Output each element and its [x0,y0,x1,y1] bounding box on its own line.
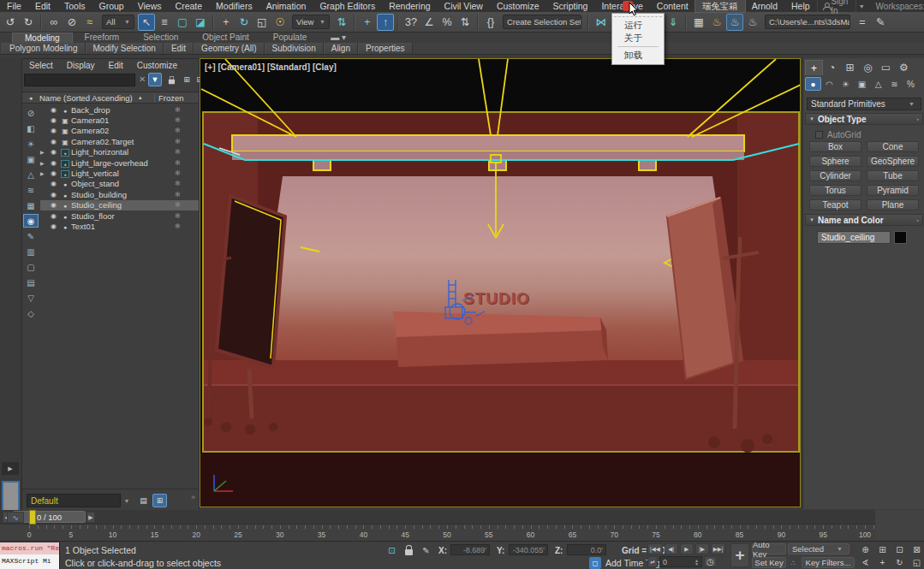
undo-icon[interactable]: ↺ [2,14,19,31]
shapes-category[interactable]: ◠ [821,77,838,91]
list-item-object_stand[interactable]: ◉●Object_stand✻ [40,179,199,189]
time-configuration-icon[interactable]: ◷ [704,556,717,567]
visibility-eye-icon[interactable]: ◉ [48,212,59,220]
visibility-eye-icon[interactable]: ◉ [48,222,59,230]
sign-in-button[interactable]: Sign In [817,0,856,12]
plugin-menu-item[interactable]: 关于 [612,32,664,44]
use-center-icon[interactable]: ⇅ [333,14,350,31]
studio-3d-text[interactable]: STUDIO [463,289,530,308]
pick-icon[interactable]: ✎ [23,229,39,243]
object-button-box[interactable]: Box [809,141,861,152]
filter-funnel-button[interactable]: ▼ [148,73,162,86]
list-item-studio_floor[interactable]: ◉●Studio_floor✻ [40,210,199,221]
mirror-icon[interactable]: ⋈ [593,14,610,31]
menu-item-civil-view[interactable]: Civil View [438,0,490,12]
x-coordinate-field[interactable]: -8.689' [450,544,490,555]
ribbon-tab-object-paint[interactable]: Object Paint [190,33,260,43]
mini-curve-editor-button[interactable]: ∿ [7,512,24,523]
frozen-snowflake-icon[interactable]: ✻ [164,180,199,187]
ribbon-tab-modeling[interactable]: Modeling [12,33,73,43]
plugin-menu-item[interactable]: 卸载 [612,49,664,62]
frozen-snowflake-icon[interactable]: ✻ [164,138,199,145]
pencil-icon[interactable]: ✎ [872,14,889,31]
zoom-extents-icon[interactable]: ⊡ [891,543,908,555]
display-helpers-icon[interactable]: △ [23,168,39,181]
frozen-snowflake-icon[interactable]: ✻ [164,201,199,209]
ribbon-config-icon[interactable]: ▬ ▾ [319,33,358,43]
visibility-eye-icon[interactable]: ◉ [48,180,59,187]
viewport-general-menu[interactable]: [+] [205,62,216,72]
object-button-sphere[interactable]: Sphere [809,156,861,167]
visibility-eye-icon[interactable]: ◉ [48,191,59,199]
display-objects-icon[interactable]: ◉ [23,214,39,228]
maxscript-mini-listener[interactable]: macros.run "Re MAXScript Mi [0,542,60,569]
ribbon-tab-freeform[interactable]: Freeform [73,33,132,43]
key-filters-button[interactable]: Key Filters... [802,557,855,568]
set-key-button[interactable]: Set Key [752,557,786,568]
hierarchy-tab[interactable]: ⊞ [841,60,859,75]
ribbon-group-geometry-all-[interactable]: Geometry (All) [194,43,264,54]
snaps-toggle-icon[interactable]: 3? [402,14,420,31]
frozen-snowflake-icon[interactable]: ✻ [164,148,199,156]
material-editor-icon[interactable]: ▦ [690,14,707,31]
key-mode-toggle-icon[interactable]: ⇄ [647,556,658,567]
helpers-category[interactable]: △ [870,77,886,91]
spinner-snap-icon[interactable]: ⇅ [456,14,474,31]
ribbon-group-properties[interactable]: Properties [358,43,413,54]
expand-arrow-icon[interactable]: ▶ [40,160,48,166]
name-and-color-rollout[interactable]: ▼ Name and Color ▪ [805,214,923,226]
expand-arrow-icon[interactable]: ▶ [40,170,48,176]
object-button-cone[interactable]: Cone [867,141,919,152]
select-and-scale-icon[interactable]: ◱ [253,14,271,31]
camera-viewport[interactable]: [+] [Camera01] [Standard] [Clay] STUDIO [200,58,801,507]
autogrid-checkbox[interactable] [815,131,823,139]
name-column-header[interactable]: Name (Sorted Ascending) [39,93,133,103]
window-crossing-icon[interactable]: ◪ [192,14,209,31]
ribbon-group-modify-selection[interactable]: Modify Selection [86,43,164,54]
menu-item-create[interactable]: Create [169,0,210,12]
menu-item-modifiers[interactable]: Modifiers [209,0,259,12]
frozen-snowflake-icon[interactable]: ✻ [164,127,199,134]
object-button-teapot[interactable]: Teapot [809,199,861,210]
object-type-rollout[interactable]: ▼ Object Type ▪ [805,113,923,125]
select-and-rotate-icon[interactable]: ↻ [235,14,253,31]
zoom-all-icon[interactable]: ⊞ [874,543,891,555]
object-button-plane[interactable]: Plane [867,199,919,210]
spacewarps-category[interactable]: ≋ [886,77,903,91]
layers-view-icon[interactable]: ▤ [136,494,151,507]
select-and-move-icon[interactable]: + [218,14,235,31]
list-item-back_drop[interactable]: ◉●Back_drop✻ [40,104,199,115]
ribbon-group-align[interactable]: Align [324,43,358,54]
preset-dropdown-icon[interactable]: ▼ [122,494,131,507]
keyboard-override-icon[interactable]: ↑ [377,14,394,31]
frozen-snowflake-icon[interactable]: ✻ [164,191,199,199]
visibility-eye-icon[interactable]: ◉ [48,148,59,156]
list-item-light_large-overhead[interactable]: ▶◉●Light_large-overhead✻ [40,157,199,168]
hierarchy-view-icon[interactable]: ⊞ [152,494,167,507]
z-coordinate-field[interactable]: 0.0' [567,544,606,555]
menu-item-tools[interactable]: Tools [57,0,92,12]
frozen-snowflake-icon[interactable]: ✻ [164,116,199,124]
current-frame-marker[interactable] [29,510,36,525]
select-and-manipulate-icon[interactable]: + [359,14,376,31]
ribbon-group-polygon-modeling[interactable]: Polygon Modeling [2,43,86,54]
ribbon-group-subdivision[interactable]: Subdivision [265,43,324,54]
display-containers-icon[interactable]: ▤ [23,276,39,289]
list-item-camera02.target[interactable]: ◉▣Camera02.Target✻ [40,136,199,146]
menu-item-content[interactable]: Content [650,0,695,12]
explorer-preset-combo[interactable]: Default [27,494,121,507]
display-tab[interactable]: ▭ [877,60,895,75]
menu-item-customize[interactable]: Customize [490,0,546,12]
visibility-eye-icon[interactable]: ◉ [48,169,59,177]
explorer-search-input[interactable] [24,74,135,86]
lock-explorer-icon[interactable] [164,73,178,86]
viewport-shading-menu[interactable]: [Clay] [313,62,337,72]
frozen-snowflake-icon[interactable]: ✻ [164,169,199,177]
select-by-name-icon[interactable]: ≡ [156,14,173,31]
project-folder-dropdown[interactable]: C:\Users\e...nts\3dsMax▼ [765,15,850,29]
geometry-category[interactable]: ● [805,77,821,91]
menu-item-animation[interactable]: Animation [259,0,313,12]
selection-lock-icon[interactable] [402,544,415,556]
list-item-light_vertical[interactable]: ▶◉●Light_vertical✻ [40,168,199,178]
time-slider-track[interactable] [0,510,875,525]
